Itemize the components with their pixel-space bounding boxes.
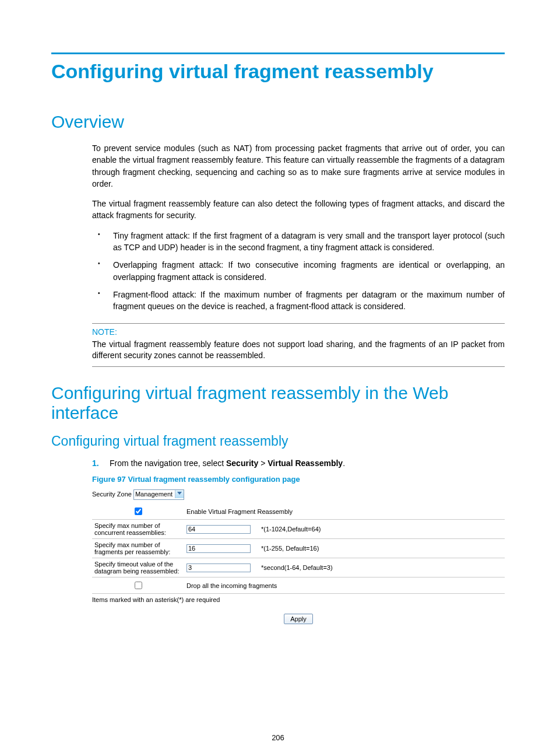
step-1-post: .: [343, 459, 345, 468]
bullet-tiny-fragment: Tiny fragment attack: If the first fragm…: [92, 230, 505, 254]
fragments-input[interactable]: [186, 544, 251, 553]
timeout-hint: *second(1-64, Default=3): [259, 558, 505, 578]
svg-marker-0: [177, 492, 182, 495]
step-1-mid: >: [258, 459, 268, 468]
apply-button[interactable]: Apply: [284, 614, 313, 624]
concurrent-hint: *(1-1024,Default=64): [259, 520, 505, 539]
steps-list: From the navigation tree, select Securit…: [92, 457, 505, 469]
fragments-hint: *(1-255, Default=16): [259, 539, 505, 558]
security-zone-label: Security Zone: [92, 491, 132, 498]
enable-checkbox[interactable]: [135, 508, 142, 515]
note-box: NOTE: The virtual fragment reassembly fe…: [92, 323, 505, 367]
step-1: From the navigation tree, select Securit…: [92, 457, 505, 469]
note-label: NOTE:: [92, 327, 505, 337]
heading-web-interface: Configuring virtual fragment reassembly …: [51, 383, 505, 423]
step-1-text-pre: From the navigation tree, select: [110, 459, 226, 468]
enable-label: Enable Virtual Fragment Reassembly: [184, 503, 505, 520]
attack-list: Tiny fragment attack: If the first fragm…: [92, 230, 505, 313]
bullet-overlapping-fragment: Overlapping fragment attack: If two cons…: [92, 259, 505, 283]
heading-overview: Overview: [51, 112, 505, 132]
note-text: The virtual fragment reassembly feature …: [92, 339, 505, 362]
chevron-down-icon: [175, 490, 184, 498]
row-concurrent-label: Specify max number of concurrent reassem…: [92, 520, 184, 539]
step-1-bold-virtual: Virtual Reassembly: [268, 459, 343, 468]
page-title: Configuring virtual fragment reassembly: [51, 60, 505, 83]
drop-checkbox[interactable]: [135, 582, 142, 589]
overview-paragraph-1: To prevent service modules (such as NAT)…: [92, 142, 505, 190]
required-footer: Items marked with an asterisk(*) are req…: [92, 594, 505, 606]
concurrent-input[interactable]: [186, 525, 251, 534]
figure-caption: Figure 97 Virtual fragment reassembly co…: [92, 475, 505, 484]
bullet-fragment-flood: Fragment-flood attack: If the maximum nu…: [92, 289, 505, 313]
row-timeout-label: Specify timeout value of the datagram be…: [92, 558, 184, 578]
heading-configuring: Configuring virtual fragment reassembly: [51, 433, 505, 449]
drop-label: Drop all the incoming fragments: [184, 578, 505, 594]
security-zone-value: Management: [135, 490, 175, 498]
top-rule: [51, 52, 505, 54]
page-number: 206: [0, 733, 556, 742]
row-fragments-label: Specify max number of fragments per reas…: [92, 539, 184, 558]
config-table: Enable Virtual Fragment Reassembly Speci…: [92, 503, 505, 594]
security-zone-select[interactable]: Management: [133, 489, 184, 500]
config-form: Security Zone Management Enable Virtual …: [92, 488, 505, 624]
overview-paragraph-2: The virtual fragment reassembly feature …: [92, 198, 505, 222]
step-1-bold-security: Security: [226, 459, 258, 468]
timeout-input[interactable]: [186, 564, 251, 572]
